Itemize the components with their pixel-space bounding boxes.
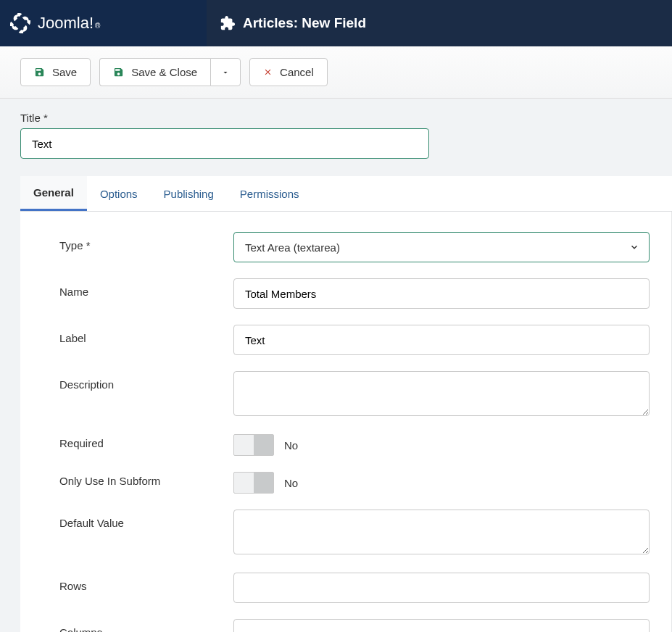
columns-label: Columns [59, 619, 233, 632]
tab-options[interactable]: Options [87, 176, 151, 211]
label-input[interactable] [233, 325, 650, 355]
field-rows-row: Rows [59, 573, 650, 603]
page-title: Articles: New Field [220, 15, 366, 31]
puzzle-icon [220, 15, 236, 31]
cancel-button[interactable]: Cancel [249, 58, 328, 86]
field-name-row: Name [59, 278, 650, 309]
joomla-icon [10, 13, 30, 33]
type-select-value: Text Area (textarea) [234, 241, 351, 254]
subform-value: No [284, 477, 298, 489]
field-default-value-row: Default Value [59, 510, 650, 557]
brand-name: Joomla!® [38, 14, 100, 33]
description-textarea[interactable] [233, 371, 650, 416]
name-label: Name [59, 278, 233, 298]
app-header: Joomla!® Articles: New Field [0, 0, 672, 46]
toggle-knob [254, 473, 273, 493]
save-icon [34, 67, 45, 78]
close-icon [263, 67, 273, 77]
type-label: Type * [59, 232, 233, 251]
field-columns-row: Columns [59, 619, 650, 632]
description-label: Description [59, 371, 233, 391]
columns-input[interactable] [233, 619, 650, 632]
subform-toggle[interactable] [233, 472, 274, 494]
name-input[interactable] [233, 278, 650, 309]
save-close-group: Save & Close [99, 58, 241, 86]
title-input[interactable] [20, 128, 429, 159]
field-label-row: Label [59, 325, 650, 355]
label-label: Label [59, 325, 233, 344]
default-value-label: Default Value [59, 510, 233, 529]
rows-input[interactable] [233, 573, 650, 603]
save-button[interactable]: Save [20, 58, 91, 86]
save-dropdown-button[interactable] [210, 58, 241, 86]
form-content: Type * Text Area (textarea) Name Label D… [41, 212, 672, 632]
type-select[interactable]: Text Area (textarea) [233, 232, 650, 262]
tab-general[interactable]: General [20, 176, 87, 211]
field-description-row: Description [59, 371, 650, 418]
required-value: No [284, 439, 298, 452]
chevron-down-icon [221, 68, 230, 77]
default-value-textarea[interactable] [233, 510, 650, 554]
title-section: Title * [0, 99, 672, 176]
toolbar: Save Save & Close Cancel [0, 46, 672, 99]
field-required-row: Required No [59, 434, 650, 456]
subform-label: Only Use In Subform [59, 472, 233, 487]
tab-publishing[interactable]: Publishing [151, 176, 227, 211]
tab-permissions[interactable]: Permissions [227, 176, 312, 211]
field-subform-row: Only Use In Subform No [59, 472, 650, 494]
brand: Joomla!® [0, 0, 207, 46]
required-toggle[interactable] [233, 434, 274, 456]
toggle-knob [254, 435, 273, 455]
title-label: Title * [20, 112, 652, 124]
tabs: General Options Publishing Permissions [20, 176, 672, 212]
rows-label: Rows [59, 573, 233, 592]
save-icon [113, 67, 124, 78]
required-label: Required [59, 434, 233, 449]
chevron-down-icon [629, 242, 639, 252]
field-type-row: Type * Text Area (textarea) [59, 232, 650, 262]
save-close-button[interactable]: Save & Close [99, 58, 210, 86]
